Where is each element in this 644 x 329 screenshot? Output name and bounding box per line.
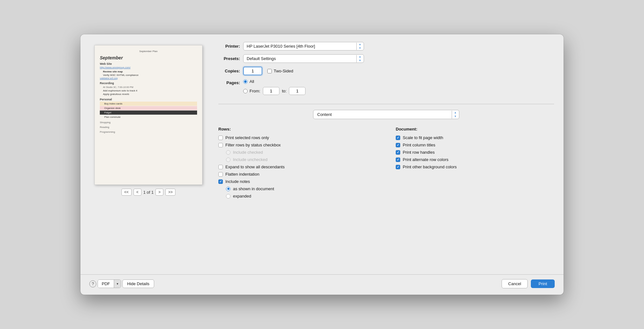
nav-prev-button[interactable]: < bbox=[134, 189, 141, 196]
page-preview: September Plan September Web Site http:/… bbox=[94, 45, 202, 185]
copies-row: Copies: Two-Sided bbox=[218, 67, 554, 75]
print-other-bg-checkbox[interactable] bbox=[396, 165, 400, 169]
print-row-handles-label: Print row handles bbox=[403, 150, 435, 155]
expanded-radio[interactable] bbox=[226, 194, 230, 198]
print-other-bg-label: Print other background colors bbox=[403, 164, 457, 169]
nav-next-button[interactable]: > bbox=[155, 189, 163, 196]
presets-select-wrapper: Default Settings ▲ ▼ bbox=[243, 54, 364, 63]
pdf-main-button[interactable]: PDF bbox=[98, 280, 114, 288]
pdf-arrow-button[interactable]: ▾ bbox=[114, 280, 121, 288]
pages-from-text: From: bbox=[250, 89, 260, 93]
pages-from-input[interactable] bbox=[263, 87, 279, 95]
expanded-row: expanded bbox=[226, 194, 377, 198]
content-select[interactable]: Content bbox=[313, 110, 459, 119]
as-shown-label: as shown in document bbox=[233, 186, 274, 191]
print-selected-row: Print selected rows only bbox=[218, 135, 377, 140]
preview-heading: September bbox=[100, 55, 197, 60]
preview-item-review: Review site map bbox=[100, 70, 197, 73]
pages-all-text: All bbox=[250, 79, 254, 84]
include-unchecked-radio[interactable] bbox=[226, 158, 230, 162]
filter-rows-row: Filter rows by status checkbox bbox=[218, 143, 377, 147]
print-alt-colors-checkbox[interactable] bbox=[396, 158, 400, 162]
footer-right: Cancel Print bbox=[502, 279, 555, 288]
presets-row: Presets: Default Settings ▲ ▼ bbox=[218, 54, 554, 63]
include-checked-radio[interactable] bbox=[226, 150, 230, 155]
copies-label: Copies: bbox=[218, 69, 240, 73]
pages-from-radio-label[interactable]: From: bbox=[243, 89, 260, 93]
print-row-handles-row: Print row handles bbox=[396, 150, 554, 155]
pages-label: Pages: bbox=[218, 79, 240, 85]
print-row-handles-checkbox[interactable] bbox=[396, 150, 400, 155]
print-col-titles-label: Print column titles bbox=[403, 143, 435, 147]
preview-item-reverb: Apply gratuitous reverb bbox=[100, 92, 197, 96]
print-alt-colors-label: Print alternate row colors bbox=[403, 157, 449, 162]
pages-row: Pages: All From: to: bbox=[218, 79, 554, 95]
pages-to-input[interactable] bbox=[289, 87, 305, 95]
page-indicator: 1 of 1 bbox=[143, 190, 154, 195]
preview-row-fidget: Fidget bbox=[100, 111, 197, 115]
help-button[interactable]: ? bbox=[89, 280, 96, 287]
flatten-indent-checkbox[interactable] bbox=[218, 172, 223, 177]
include-checked-label: Include checked bbox=[233, 150, 263, 155]
two-sided-checkbox[interactable] bbox=[267, 69, 272, 73]
as-shown-radio[interactable] bbox=[226, 187, 230, 191]
controls-panel: Printer: HP LaserJet P3010 Series [4th F… bbox=[218, 42, 554, 268]
flatten-indent-row: Flatten indentation bbox=[218, 172, 377, 177]
pages-from-radio[interactable] bbox=[243, 89, 248, 93]
copies-controls: Two-Sided bbox=[243, 67, 293, 75]
scale-fit-checkbox[interactable] bbox=[396, 136, 400, 140]
printer-select[interactable]: HP LaserJet P3010 Series [4th Floor] bbox=[243, 42, 364, 50]
rows-column: Rows: Print selected rows only Filter ro… bbox=[218, 127, 377, 201]
presets-select[interactable]: Default Settings bbox=[243, 54, 364, 63]
preview-link-validator: validator.w3.org bbox=[100, 77, 197, 80]
options-section: Rows: Print selected rows only Filter ro… bbox=[218, 125, 554, 201]
two-sided-text: Two-Sided bbox=[274, 69, 293, 73]
print-selected-checkbox[interactable] bbox=[218, 136, 223, 140]
filter-rows-checkbox[interactable] bbox=[218, 143, 223, 147]
pages-options: All From: to: bbox=[243, 79, 305, 95]
pages-from-to: From: to: bbox=[243, 87, 305, 95]
printer-select-wrapper: HP LaserJet P3010 Series [4th Floor] ▲ ▼ bbox=[243, 42, 364, 50]
cancel-button[interactable]: Cancel bbox=[502, 279, 528, 288]
preview-page-title: September Plan bbox=[100, 50, 197, 53]
copies-input[interactable] bbox=[243, 67, 262, 75]
preview-panel: September Plan September Web Site http:/… bbox=[88, 42, 209, 268]
print-dialog: September Plan September Web Site http:/… bbox=[80, 34, 564, 295]
preview-group-shopping: Shopping bbox=[100, 121, 197, 124]
flatten-indent-label: Flatten indentation bbox=[225, 172, 259, 177]
hide-details-button[interactable]: Hide Details bbox=[122, 279, 154, 288]
document-heading: Document: bbox=[396, 127, 554, 131]
preview-section-recording: Recording bbox=[100, 82, 197, 85]
print-col-titles-checkbox[interactable] bbox=[396, 143, 400, 147]
print-button[interactable]: Print bbox=[531, 279, 555, 288]
include-unchecked-label: Include unchecked bbox=[233, 157, 267, 162]
as-shown-row: as shown in document bbox=[226, 186, 377, 191]
preview-link-website: http://www.omnigroup.com/ bbox=[100, 66, 197, 69]
expand-descendants-row: Expand to show all descendants bbox=[218, 164, 377, 169]
pages-to-label: to: bbox=[282, 89, 286, 93]
preview-item-euphonium: Add euphonium solo to track 4 bbox=[100, 89, 197, 92]
two-sided-label[interactable]: Two-Sided bbox=[267, 69, 293, 73]
expanded-label: expanded bbox=[233, 194, 251, 198]
nav-first-button[interactable]: << bbox=[121, 189, 132, 196]
nav-last-button[interactable]: >> bbox=[165, 189, 175, 196]
print-col-titles-row: Print column titles bbox=[396, 143, 554, 147]
dialog-main: September Plan September Web Site http:/… bbox=[80, 34, 564, 268]
scale-fit-label: Scale to fit page width bbox=[403, 135, 443, 140]
pages-all-radio-label[interactable]: All bbox=[243, 79, 305, 84]
pdf-button-group: PDF ▾ bbox=[98, 279, 121, 288]
expand-descendants-checkbox[interactable] bbox=[218, 165, 223, 169]
pages-all-radio[interactable] bbox=[243, 79, 248, 84]
dialog-footer: ? PDF ▾ Hide Details Cancel Print bbox=[80, 274, 564, 295]
preview-recording-subtitle: At Studio 3C, 7:00-10:00 PM bbox=[100, 85, 197, 89]
print-selected-label: Print selected rows only bbox=[225, 135, 269, 140]
preview-row-commute: Plan commute bbox=[100, 115, 197, 119]
include-notes-checkbox[interactable] bbox=[218, 179, 223, 184]
printer-row: Printer: HP LaserJet P3010 Series [4th F… bbox=[218, 42, 554, 50]
preview-section-website: Web Site bbox=[100, 62, 197, 65]
preview-row-buy: Buy index cards bbox=[100, 102, 197, 106]
printer-label: Printer: bbox=[218, 44, 240, 49]
content-dropdown-row: Content ▲ ▼ bbox=[218, 110, 554, 119]
preview-group-programming: Programming bbox=[100, 131, 197, 133]
preview-section-personal: Personal bbox=[100, 98, 197, 101]
